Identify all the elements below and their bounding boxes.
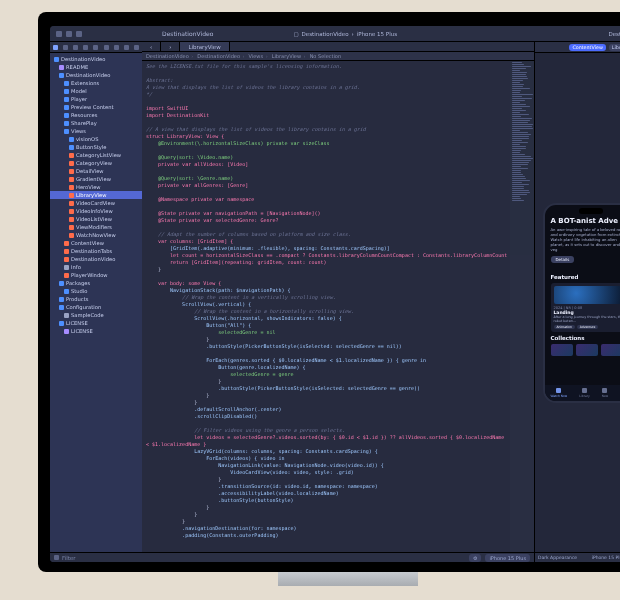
minimap[interactable] [510,61,534,552]
preview-select-button[interactable]: LibraryView [609,44,620,51]
fold-icon [64,89,69,94]
tree-item[interactable]: DestinationTabs [50,247,142,255]
run-destination[interactable]: ▢ DestinationVideo › iPhone 15 Plus [293,31,397,37]
footer-device-picker[interactable]: iPhone 15 Plus [485,554,530,562]
tree-item[interactable]: Preview Content [50,103,142,111]
editor-area: ‹ › LibraryView DestinationVideoDestinat… [142,42,534,562]
tree-item[interactable]: LibraryView [50,191,142,199]
device-name: iPhone 15 Plus [357,31,397,37]
code-editor[interactable]: See the LICENSE.txt file for this sample… [142,61,534,552]
jump-bar-crumb[interactable]: LibraryView [272,53,307,59]
collection-thumb[interactable] [551,344,573,356]
tree-item-label: Preview Content [71,103,113,111]
swift-icon [69,185,74,190]
jump-bar-crumb[interactable]: DestinationVideo [146,53,194,59]
tree-item[interactable]: README [50,63,142,71]
nav-selector-source[interactable] [63,45,68,50]
preview-viewport[interactable]: A BOT-anist Adve An awe-inspiring tale o… [535,53,620,552]
tree-item-label: Configuration [66,303,101,311]
fold-icon [64,105,69,110]
scheme-name: DestinationVideo [302,31,349,37]
nav-selector-breakpoints[interactable] [124,45,129,50]
tree-item[interactable]: Configuration [50,303,142,311]
tree-item[interactable]: DestinationVideo [50,55,142,63]
tree-item[interactable]: SharePlay [50,119,142,127]
tree-item[interactable]: Views [50,127,142,135]
tree-item[interactable]: WatchNowView [50,231,142,239]
tree-item[interactable]: Studio [50,287,142,295]
swift-icon [69,169,74,174]
tab-library[interactable]: Library [579,388,590,398]
tree-item-label: DetailView [76,167,104,175]
tree-item[interactable]: CategoryView [50,159,142,167]
tree-item[interactable]: Player [50,95,142,103]
tree-item[interactable]: VideoInfoView [50,207,142,215]
project-title: DestinationVideo [86,30,289,37]
collection-thumb[interactable] [576,344,598,356]
tab-nav-right[interactable]: › [161,42,180,51]
tree-item[interactable]: Model [50,87,142,95]
tree-item[interactable]: LICENSE [50,327,142,335]
add-file-icon[interactable] [54,555,59,560]
tree-item[interactable]: Products [50,295,142,303]
tree-item[interactable]: ViewModifiers [50,223,142,231]
tree-item[interactable]: GradientView [50,175,142,183]
collection-thumb[interactable] [601,344,621,356]
tree-item[interactable]: VideoCardView [50,199,142,207]
tree-item[interactable]: DetailView [50,167,142,175]
tree-item-label: CategoryView [76,159,112,167]
tab-nav-left[interactable]: ‹ [142,42,161,51]
tree-item-label: Studio [71,287,88,295]
hero-details-button[interactable]: Details [551,256,575,263]
tree-item[interactable]: SampleCode [50,311,142,319]
tree-item[interactable]: DestinationVideo [50,255,142,263]
tree-item[interactable]: ButtonStyle [50,143,142,151]
nav-selector-project[interactable] [53,45,58,50]
tree-item[interactable]: PlayerWindow [50,271,142,279]
nav-selector-symbols[interactable] [73,45,78,50]
jump-bar-crumb[interactable]: No Selection [310,53,343,59]
nav-selector-find[interactable] [83,45,88,50]
fold-icon [64,121,69,126]
tree-item-label: Views [71,127,86,135]
nav-selector-issues[interactable] [93,45,98,50]
jump-bar[interactable]: DestinationVideoDestinationVideoViewsLib… [142,52,534,61]
swift-icon [69,209,74,214]
featured-card[interactable]: 2024 | NR | 0:08 Landing After a long jo… [551,283,621,332]
tree-item[interactable]: CategoryListView [50,151,142,159]
tree-item[interactable]: Resources [50,111,142,119]
collections-row[interactable] [551,344,621,356]
tree-item[interactable]: Packages [50,279,142,287]
editor-tab[interactable]: LibraryView [180,42,229,51]
tab-watch-now[interactable]: Watch Now [550,388,567,398]
tree-item[interactable]: Extensions [50,79,142,87]
preview-pin-button[interactable]: ContentView [569,44,605,51]
tree-item[interactable]: DestinationVideo [50,71,142,79]
nav-selector-debug[interactable] [114,45,119,50]
tree-item[interactable]: LICENSE [50,319,142,327]
nav-selector-reports[interactable] [134,45,139,50]
filter-field[interactable]: Filter [62,555,76,561]
nav-selector-tests[interactable] [104,45,109,50]
tree-item[interactable]: visionOS [50,135,142,143]
jump-bar-crumb[interactable]: DestinationVideo [197,53,245,59]
preview-device-label[interactable]: iPhone 15 Plus [577,555,620,560]
fold-icon [59,305,64,310]
tree-item[interactable]: HeroView [50,183,142,191]
footer-config-icon[interactable]: ⚙ [469,554,481,562]
tree-item[interactable]: Info [50,263,142,271]
file-tree[interactable]: DestinationVideoREADMEDestinationVideoEx… [50,53,142,552]
appearance-toggle[interactable]: Dark Appearance [538,555,577,560]
tree-item-label: Packages [66,279,90,287]
monitor-frame: DestinationVideo ▢ DestinationVideo › iP… [38,12,620,572]
toggle-navigator-button[interactable] [76,31,82,37]
nav-back-button[interactable] [56,31,62,37]
tag: Animation [554,325,575,329]
tree-item[interactable]: ContentView [50,239,142,247]
editor-tab-label: LibraryView [188,44,220,50]
section-collections-title: Collections [551,335,621,341]
jump-bar-crumb[interactable]: Views [249,53,269,59]
tab-new[interactable]: New [602,388,609,398]
nav-forward-button[interactable] [66,31,72,37]
tree-item[interactable]: VideoListView [50,215,142,223]
